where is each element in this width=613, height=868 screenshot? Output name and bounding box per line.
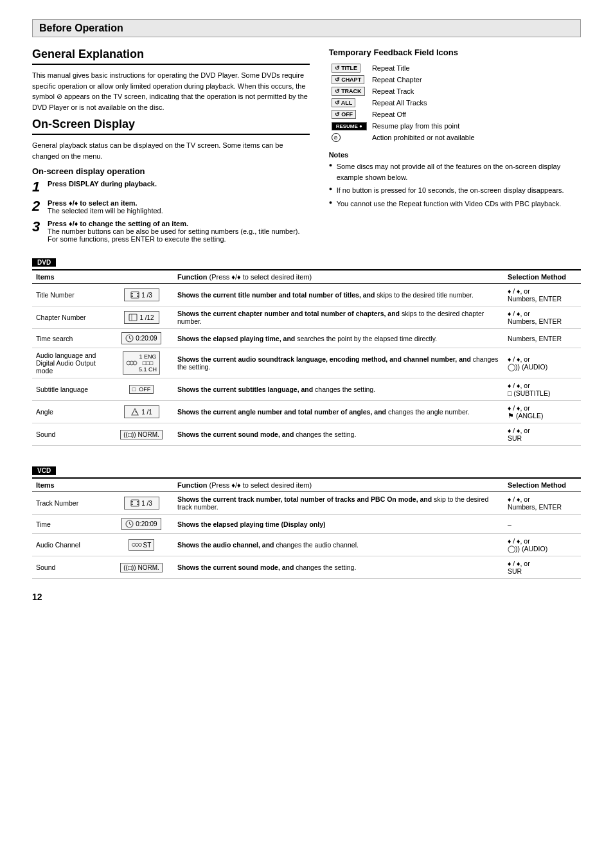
notes-title: Notes — [329, 151, 581, 159]
audio-icon-svg — [126, 359, 138, 368]
dvd-sel-chapter-number: ♦ / ♦, or Numbers, ENTER — [504, 306, 581, 329]
on-screen-display-intro: General playback status can be displayed… — [32, 140, 310, 161]
note-2: If no button is pressed for 10 seconds, … — [329, 185, 581, 196]
dvd-item-time-search: Time search — [32, 329, 109, 348]
chapter-icon — [129, 313, 138, 322]
icon-row-repeat-off: ↺ OFF Repeat Off — [329, 109, 581, 120]
dvd-func-time-search: Shows the elapsed playing time, and sear… — [173, 329, 504, 348]
svg-line-22 — [130, 524, 132, 526]
dvd-func-angle: Shows the current angle number and total… — [173, 401, 504, 423]
step-1-num: 1 — [32, 180, 42, 194]
vcd-table: Items Function (Press ♦/♦ to select desi… — [32, 477, 581, 579]
dvd-item-subtitle-language: Subtitle language — [32, 378, 109, 401]
dvd-row-title-number: Title Number 1 /3 Shows the current titl… — [32, 284, 581, 306]
icon-cell-repeat-chapter: ↺ CHAPT — [329, 74, 369, 85]
icon-cell-repeat-off: ↺ OFF — [329, 109, 369, 120]
repeat-title-label: Repeat Title — [369, 62, 581, 74]
dvd-icon-angle: 1 /1 — [109, 401, 173, 423]
svg-rect-2 — [131, 296, 133, 297]
dvd-func-audio-language: Shows the current audio soundtrack langu… — [173, 348, 504, 378]
svg-rect-3 — [137, 293, 139, 294]
icon-row-repeat-track: ↺ TRACK Repeat Track — [329, 85, 581, 97]
icon-cell-prohibited: ⊘ — [329, 132, 369, 143]
vcd-audio-icon-svg — [132, 541, 142, 549]
repeat-off-icon: ↺ OFF — [332, 110, 357, 119]
on-screen-display-title: On-Screen Display — [32, 118, 310, 135]
dvd-table: Items Function (Press ♦/♦ to select desi… — [32, 269, 581, 446]
vcd-section-label: VCD — [32, 466, 56, 475]
vcd-track-number-display: 1 /3 — [124, 497, 159, 509]
feedback-icons-table: ↺ TITLE Repeat Title ↺ CHAPT Repeat Chap… — [329, 62, 581, 143]
vcd-track-number-value: 1 /3 — [141, 500, 152, 507]
dvd-sel-angle: ♦ / ♦, or ⚑ (ANGLE) — [504, 401, 581, 423]
subtitle-icon: □ OFF — [129, 385, 154, 394]
dvd-func-chapter-number: Shows the current chapter number and tot… — [173, 306, 504, 329]
dvd-row-angle: Angle 1 /1 Shows the current angle numbe… — [32, 401, 581, 423]
svg-rect-1 — [131, 293, 133, 294]
time-search-display: 0:20:09 — [121, 332, 161, 344]
icon-row-repeat-title: ↺ TITLE Repeat Title — [329, 62, 581, 74]
dvd-row-sound: Sound ((□)) NORM. Shows the current soun… — [32, 423, 581, 446]
vcd-func-track-number: Shows the current track number, total nu… — [173, 492, 504, 515]
prohibited-label: Action prohibited or not available — [369, 132, 581, 143]
step-3-bold: Press ♦/♦ to change the setting of an it… — [48, 220, 188, 227]
dvd-icon-title-number: 1 /3 — [109, 284, 173, 306]
dvd-item-sound: Sound — [32, 423, 109, 446]
repeat-all-label: Repeat All Tracks — [369, 97, 581, 109]
sound-icon: ((□)) NORM. — [120, 430, 162, 439]
page-number: 12 — [32, 592, 581, 602]
repeat-track-icon: ↺ TRACK — [332, 87, 365, 96]
svg-rect-0 — [131, 292, 139, 298]
dvd-row-chapter-number: Chapter Number 1 /12 Shows the current c… — [32, 306, 581, 329]
svg-rect-19 — [137, 504, 139, 505]
repeat-chapter-icon: ↺ CHAPT — [332, 75, 365, 84]
track-film-icon — [130, 499, 139, 508]
chapter-number-display: 1 /12 — [124, 311, 159, 324]
note-1: Some discs may not provide all of the fe… — [329, 161, 581, 182]
vcd-time-value: 0:20:09 — [136, 520, 157, 527]
svg-rect-15 — [131, 500, 139, 506]
icon-cell-repeat-title: ↺ TITLE — [329, 62, 369, 74]
dvd-icon-subtitle-language: □ OFF — [109, 378, 173, 401]
dvd-sel-subtitle-language: ♦ / ♦, or □ (SUBTITLE) — [504, 378, 581, 401]
vcd-sel-audio-channel: ♦ / ♦, or ◯)) (AUDIO) — [504, 534, 581, 556]
vcd-icon-time: 0:20:09 — [109, 515, 173, 534]
svg-point-23 — [132, 544, 135, 547]
svg-rect-18 — [137, 501, 139, 502]
dvd-col-function: Function (Press ♦/♦ to select desired it… — [173, 270, 504, 284]
dvd-row-audio-language: Audio language and Digital Audio Output … — [32, 348, 581, 378]
repeat-title-icon: ↺ TITLE — [332, 64, 361, 73]
dvd-col-items: Items — [32, 270, 109, 284]
step-1-content: Press DISPLAY during playback. — [48, 180, 310, 188]
audio-language-display: 1 ENG□□□5.1 CH — [123, 351, 160, 375]
notes-list: Some discs may not provide all of the fe… — [329, 161, 581, 209]
vcd-sel-time: – — [504, 515, 581, 534]
dvd-func-subtitle-language: Shows the current subtitles language, an… — [173, 378, 504, 401]
title-number-value: 1 /3 — [141, 292, 152, 299]
step-3: 3 Press ♦/♦ to change the setting of an … — [32, 220, 310, 243]
dvd-icon-audio-language: 1 ENG□□□5.1 CH — [109, 348, 173, 378]
vcd-item-track-number: Track Number — [32, 492, 109, 515]
dvd-sel-sound: ♦ / ♦, or SUR — [504, 423, 581, 446]
step-3-text: The number buttons can be also be used f… — [48, 227, 300, 243]
resume-icon: RESUME ● — [332, 122, 367, 130]
general-explanation-body: This manual gives basic instructions for… — [32, 70, 310, 112]
general-explanation-title: General Explanation — [32, 48, 310, 65]
dvd-icon-sound: ((□)) NORM. — [109, 423, 173, 446]
vcd-row-time: Time 0:20:09 Shows the elapsed playing t… — [32, 515, 581, 534]
time-search-value: 0:20:09 — [136, 335, 157, 342]
step-1: 1 Press DISPLAY during playback. — [32, 180, 310, 194]
vcd-clock-icon — [125, 520, 134, 528]
vcd-col-icon — [109, 478, 173, 492]
step-2-text: The selected item will be highlighted. — [48, 207, 163, 215]
operation-title: On-screen display operation — [32, 166, 310, 176]
dvd-icon-time-search: 0:20:09 — [109, 329, 173, 348]
vcd-sel-sound: ♦ / ♦, or SUR — [504, 556, 581, 579]
page-title: Before Operation — [39, 22, 574, 34]
dvd-row-subtitle-language: Subtitle language □ OFF Shows the curren… — [32, 378, 581, 401]
angle-value: 1 /1 — [141, 409, 152, 416]
angle-display: 1 /1 — [124, 405, 159, 418]
svg-rect-17 — [131, 504, 133, 505]
vcd-audio-channel-display: ST — [129, 539, 155, 551]
repeat-off-label: Repeat Off — [369, 109, 581, 120]
